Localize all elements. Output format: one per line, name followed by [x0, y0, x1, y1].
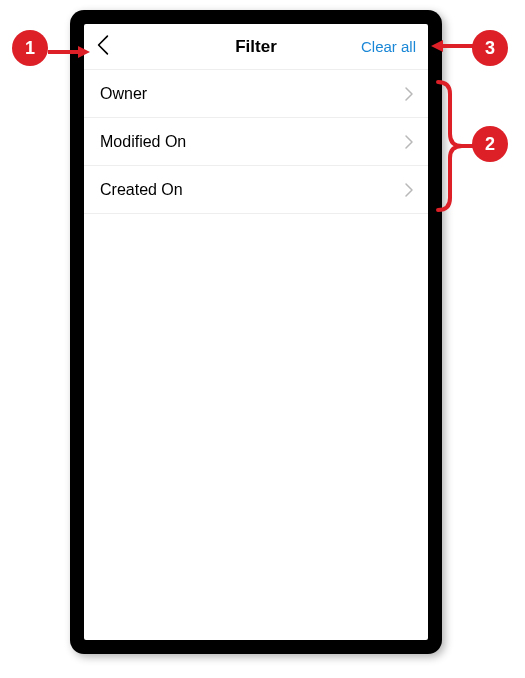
annotation-number: 2	[485, 134, 495, 155]
filter-list: Owner Modified On	[84, 70, 428, 214]
chevron-right-icon	[404, 86, 414, 102]
filter-row-created-on[interactable]: Created On	[84, 166, 428, 214]
filter-label: Created On	[100, 181, 183, 199]
chevron-left-icon	[96, 34, 110, 60]
filter-row-owner[interactable]: Owner	[84, 70, 428, 118]
annotation-badge-2: 2	[472, 126, 508, 162]
annotation-number: 1	[25, 38, 35, 59]
svg-marker-3	[431, 40, 443, 52]
annotation-bracket-2	[434, 76, 474, 220]
annotation-number: 3	[485, 38, 495, 59]
annotation-badge-3: 3	[472, 30, 508, 66]
screen: Filter Clear all Owner Modified On	[84, 24, 428, 640]
annotation-arrow-3	[431, 40, 473, 52]
filter-label: Owner	[100, 85, 147, 103]
clear-all-button[interactable]: Clear all	[361, 38, 416, 55]
filter-label: Modified On	[100, 133, 186, 151]
back-button[interactable]	[96, 32, 126, 62]
device-frame: Filter Clear all Owner Modified On	[70, 10, 442, 654]
filter-row-modified-on[interactable]: Modified On	[84, 118, 428, 166]
chevron-right-icon	[404, 182, 414, 198]
header-bar: Filter Clear all	[84, 24, 428, 70]
annotation-badge-1: 1	[12, 30, 48, 66]
page-title: Filter	[235, 37, 277, 57]
chevron-right-icon	[404, 134, 414, 150]
svg-marker-1	[78, 46, 90, 58]
annotation-arrow-1	[48, 46, 90, 48]
